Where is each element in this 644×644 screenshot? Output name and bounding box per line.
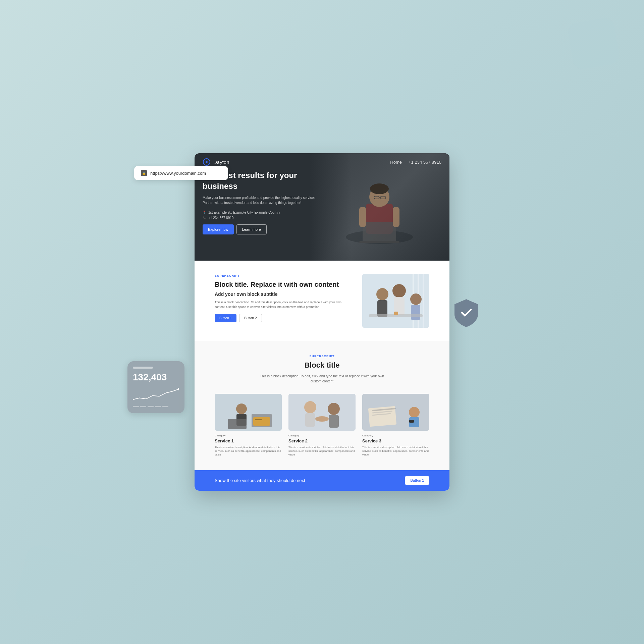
- block-1-left: SUPERSCRIPT Block title. Replace it with…: [215, 274, 349, 322]
- svg-rect-29: [253, 417, 270, 426]
- block-2-title: Block title: [215, 361, 429, 370]
- chart-area: [133, 385, 179, 404]
- svg-rect-30: [255, 419, 262, 420]
- navigation: Dayton Home +1 234 567 8910: [195, 153, 449, 171]
- stat-dot-3: [148, 406, 154, 407]
- stat-dot-4: [155, 406, 161, 407]
- stat-dots: [133, 406, 179, 407]
- svg-rect-33: [305, 413, 315, 427]
- block-1-buttons: Button 1 Button 2: [215, 314, 349, 322]
- stat-number: 132,403: [133, 372, 179, 383]
- shield-badge: [453, 298, 480, 328]
- svg-rect-10: [393, 207, 399, 227]
- stat-dot-1: [133, 406, 139, 407]
- svg-rect-27: [228, 419, 247, 429]
- svg-point-16: [376, 288, 388, 300]
- svg-rect-44: [409, 420, 414, 423]
- service-3-category: Category: [362, 434, 429, 437]
- browser-window: Dayton Home +1 234 567 8910: [195, 153, 449, 490]
- lock-icon: [141, 170, 147, 176]
- svg-point-20: [410, 293, 422, 305]
- team-image: [362, 274, 429, 328]
- svg-rect-9: [359, 207, 366, 227]
- stats-card: 132,403: [127, 361, 184, 413]
- hero-buttons: Explore now Learn more: [203, 224, 317, 234]
- hero-address: 📍 1st Example st., Example City, Example…: [203, 211, 317, 214]
- svg-point-42: [409, 407, 420, 418]
- svg-rect-7: [363, 222, 396, 242]
- service-1-desc: This is a service description. Add more …: [215, 445, 282, 457]
- nav-links: Home +1 234 567 8910: [390, 160, 441, 165]
- svg-point-32: [304, 401, 316, 413]
- service-1-image: [215, 394, 282, 431]
- svg-rect-21: [411, 305, 420, 320]
- block-section-1: SUPERSCRIPT Block title. Replace it with…: [195, 261, 449, 341]
- block-1-right: [362, 274, 429, 328]
- svg-rect-8: [359, 241, 399, 243]
- nav-phone[interactable]: +1 234 567 8910: [409, 160, 441, 165]
- svg-point-11: [370, 183, 389, 194]
- bg-decoration-1: [13, 543, 95, 625]
- stat-dot-5: [162, 406, 168, 407]
- service-2-category: Category: [288, 434, 356, 437]
- block-2-description: This is a block description. To edit, cl…: [255, 374, 389, 384]
- svg-point-18: [392, 284, 406, 298]
- url-bar: https://www.yourdomain.com: [134, 166, 228, 180]
- block-1-title: Block title. Replace it with own content: [215, 280, 349, 289]
- service-1-category: Category: [215, 434, 282, 437]
- service-2-name: Service 2: [288, 438, 356, 443]
- learn-button[interactable]: Learn more: [236, 224, 267, 234]
- service-card-2: Category Service 2 This is a service des…: [288, 394, 356, 457]
- svg-rect-35: [329, 415, 339, 428]
- block-1-btn2[interactable]: Button 2: [239, 314, 262, 322]
- phone-icon: 📞: [203, 216, 206, 219]
- page-wrapper: https://www.yourdomain.com 132,403: [195, 153, 449, 490]
- service-3-desc: This is a service description. Add more …: [362, 445, 429, 457]
- nav-logo: Dayton: [203, 158, 229, 166]
- service-3-name: Service 3: [362, 438, 429, 443]
- svg-point-25: [236, 404, 247, 414]
- svg-point-0: [178, 388, 179, 390]
- cta-footer: Show the site visitors what they should …: [195, 470, 449, 491]
- service-card-1: Category Service 1 This is a service des…: [215, 394, 282, 457]
- svg-rect-15: [423, 274, 424, 328]
- explore-button[interactable]: Explore now: [203, 224, 234, 234]
- svg-point-36: [315, 416, 329, 422]
- block-1-superscript: SUPERSCRIPT: [215, 274, 349, 277]
- block-1-btn1[interactable]: Button 1: [215, 314, 236, 322]
- content-area: SUPERSCRIPT Block title. Replace it with…: [195, 261, 449, 490]
- cta-button[interactable]: Button 1: [405, 476, 429, 485]
- svg-rect-23: [394, 312, 398, 315]
- svg-point-34: [328, 403, 340, 415]
- url-text: https://www.yourdomain.com: [150, 171, 206, 176]
- service-3-image: [362, 394, 429, 431]
- services-grid: Category Service 1 This is a service des…: [215, 394, 429, 457]
- svg-rect-31: [288, 394, 356, 431]
- block-2-superscript: SUPERSCRIPT: [215, 355, 429, 358]
- service-1-name: Service 1: [215, 438, 282, 443]
- block-1-description: This is a block description. To edit thi…: [215, 300, 349, 309]
- hero-section: Dayton Home +1 234 567 8910: [195, 153, 449, 261]
- hero-description: Make your business more profitable and p…: [203, 195, 317, 205]
- location-icon: 📍: [203, 211, 206, 214]
- nav-home-link[interactable]: Home: [390, 160, 402, 165]
- bg-decoration-2: [567, 16, 621, 71]
- nav-logo-text: Dayton: [213, 159, 229, 165]
- block-1-subtitle: Add your own block subtitle: [215, 291, 349, 297]
- stat-bar: [133, 367, 153, 369]
- block-section-2: SUPERSCRIPT Block title This is a block …: [195, 341, 449, 470]
- stat-dot-2: [140, 406, 146, 407]
- service-card-3: Category Service 3 This is a service des…: [362, 394, 429, 457]
- hero-info: 📍 1st Example st., Example City, Example…: [203, 211, 317, 220]
- service-2-image: [288, 394, 356, 431]
- cta-text: Show the site visitors what they should …: [215, 478, 305, 483]
- service-2-desc: This is a service description. Add more …: [288, 445, 356, 457]
- hero-phone: 📞 +1 234 567 8910: [203, 216, 317, 220]
